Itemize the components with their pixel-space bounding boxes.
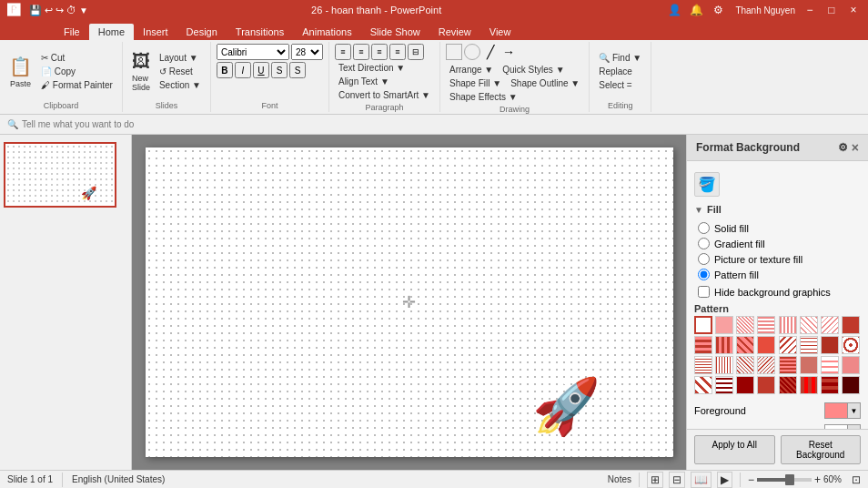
- close-btn[interactable]: ×: [846, 3, 861, 17]
- maximize-btn[interactable]: □: [824, 3, 839, 17]
- tab-insert[interactable]: Insert: [134, 24, 177, 40]
- pattern-3[interactable]: [757, 316, 775, 334]
- picture-fill-option[interactable]: Picture or texture fill: [694, 251, 861, 267]
- pattern-17[interactable]: [715, 356, 733, 374]
- tab-view[interactable]: View: [480, 24, 520, 40]
- apply-to-all-button[interactable]: Apply to All: [694, 435, 775, 464]
- tab-file[interactable]: File: [55, 24, 89, 40]
- gradient-fill-radio[interactable]: [698, 238, 710, 249]
- office-search-btn[interactable]: 🔔: [686, 0, 706, 20]
- section-button[interactable]: Section ▼: [156, 79, 205, 91]
- background-color-arrow[interactable]: ▼: [847, 425, 860, 429]
- align-left-button[interactable]: ≡: [335, 44, 351, 60]
- pattern-11[interactable]: [757, 336, 775, 354]
- quick-styles-button[interactable]: Quick Styles ▼: [499, 64, 568, 76]
- pattern-0[interactable]: [694, 316, 712, 334]
- pattern-fill-option[interactable]: Pattern fill: [694, 267, 861, 282]
- tab-animations[interactable]: Animations: [293, 24, 360, 40]
- zoom-out-btn[interactable]: −: [748, 473, 754, 486]
- pattern-5[interactable]: [800, 316, 818, 334]
- slide-thumb-1[interactable]: 🚀: [4, 142, 116, 208]
- hide-bg-graphics-option[interactable]: Hide background graphics: [694, 284, 861, 300]
- shape-arrow[interactable]: →: [500, 44, 517, 60]
- reset-background-button[interactable]: Reset Background: [781, 435, 862, 464]
- panel-close-btn[interactable]: ×: [852, 140, 859, 155]
- pattern-fill-radio[interactable]: [698, 269, 710, 280]
- arrange-button[interactable]: Arrange ▼: [446, 64, 497, 76]
- notes-button[interactable]: Notes: [608, 474, 631, 484]
- pattern-25[interactable]: [715, 376, 733, 394]
- shape-circle[interactable]: [464, 44, 480, 60]
- minimize-btn[interactable]: −: [802, 3, 817, 17]
- tab-home[interactable]: Home: [89, 24, 134, 40]
- background-color-btn[interactable]: ▼: [824, 424, 861, 429]
- gradient-fill-option[interactable]: Gradient fill: [694, 236, 861, 251]
- foreground-color-btn[interactable]: ▼: [824, 402, 861, 419]
- solid-fill-option[interactable]: Solid fill: [694, 220, 861, 236]
- pattern-9[interactable]: [715, 336, 733, 354]
- pattern-19[interactable]: [757, 356, 775, 374]
- shape-rect[interactable]: [446, 44, 462, 60]
- underline-button[interactable]: U: [253, 62, 269, 78]
- text-direction-button[interactable]: Text Direction ▼: [335, 62, 409, 74]
- timer-icon[interactable]: ⏱: [66, 5, 76, 15]
- ribbon-search-input[interactable]: [22, 119, 204, 129]
- format-painter-button[interactable]: 🖌 Format Painter: [37, 79, 116, 91]
- align-text-button[interactable]: Align Text ▼: [335, 76, 393, 87]
- font-size-select[interactable]: 28: [291, 44, 323, 60]
- pattern-31[interactable]: [842, 376, 860, 394]
- italic-button[interactable]: I: [235, 62, 251, 78]
- slide-canvas[interactable]: 🚀 ✛: [146, 147, 673, 457]
- new-slide-button[interactable]: 🖼 NewSlide: [128, 47, 154, 97]
- more-icon[interactable]: ▼: [79, 5, 88, 15]
- pattern-26[interactable]: [736, 376, 754, 394]
- foreground-color-arrow[interactable]: ▼: [847, 403, 860, 418]
- columns-button[interactable]: ⊟: [408, 44, 424, 60]
- strikethrough-button[interactable]: S: [271, 62, 288, 78]
- align-center-button[interactable]: ≡: [353, 44, 369, 60]
- justify-button[interactable]: ≡: [389, 44, 406, 60]
- pattern-15[interactable]: [842, 336, 860, 354]
- pattern-4[interactable]: [779, 316, 797, 334]
- layout-button[interactable]: Layout ▼: [156, 52, 205, 64]
- rocket-element[interactable]: 🚀: [532, 374, 601, 439]
- picture-fill-radio[interactable]: [698, 253, 710, 265]
- font-name-select[interactable]: Calibri: [217, 44, 289, 60]
- panel-gear-icon[interactable]: ⚙: [838, 141, 848, 154]
- pattern-24[interactable]: [694, 376, 712, 394]
- align-right-button[interactable]: ≡: [371, 44, 388, 60]
- pattern-12[interactable]: [779, 336, 797, 354]
- find-button[interactable]: 🔍 Find ▼: [595, 52, 645, 64]
- reset-button[interactable]: ↺ Reset: [156, 66, 205, 77]
- pattern-10[interactable]: [736, 336, 754, 354]
- shadow-button[interactable]: S: [289, 62, 306, 78]
- pattern-16[interactable]: [694, 356, 712, 374]
- pattern-13[interactable]: [800, 336, 818, 354]
- select-button[interactable]: Select =: [595, 79, 635, 91]
- shape-effects-button[interactable]: Shape Effects ▼: [446, 91, 521, 103]
- reading-view-btn[interactable]: 📖: [691, 472, 712, 488]
- replace-button[interactable]: Replace: [595, 66, 636, 77]
- pattern-1[interactable]: [715, 316, 733, 334]
- pattern-21[interactable]: [800, 356, 818, 374]
- pattern-18[interactable]: [736, 356, 754, 374]
- pattern-22[interactable]: [821, 356, 839, 374]
- office-apps-btn[interactable]: ⚙: [708, 0, 728, 20]
- smartart-button[interactable]: Convert to SmartArt ▼: [335, 89, 434, 101]
- redo-icon[interactable]: ↪: [56, 5, 64, 16]
- paste-button[interactable]: 📋 Paste: [5, 47, 35, 97]
- undo-icon[interactable]: ↩: [45, 5, 53, 16]
- solid-fill-radio[interactable]: [698, 222, 710, 234]
- pattern-29[interactable]: [800, 376, 818, 394]
- normal-view-btn[interactable]: ⊞: [647, 472, 663, 488]
- zoom-fit-btn[interactable]: ⊡: [852, 473, 861, 486]
- pattern-8[interactable]: [694, 336, 712, 354]
- slideshow-btn[interactable]: ▶: [717, 472, 732, 488]
- tab-design[interactable]: Design: [177, 24, 227, 40]
- cut-button[interactable]: ✂ Cut: [37, 52, 116, 64]
- zoom-in-btn[interactable]: +: [814, 473, 821, 486]
- save-icon[interactable]: 💾: [29, 5, 42, 16]
- fill-section-title[interactable]: ▼ Fill: [694, 200, 861, 219]
- tab-review[interactable]: Review: [429, 24, 480, 40]
- tab-transitions[interactable]: Transitions: [227, 24, 293, 40]
